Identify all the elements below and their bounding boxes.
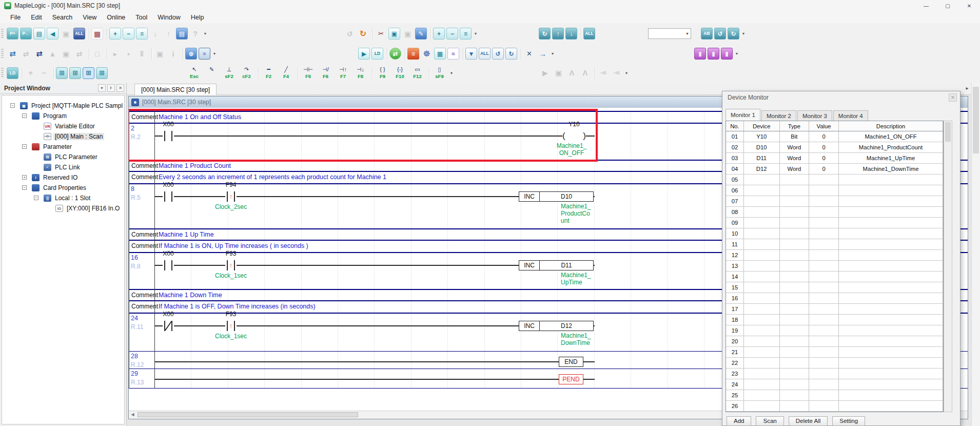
close-button[interactable]: ✕: [958, 0, 980, 11]
monitor-table-row[interactable]: 17: [726, 304, 943, 315]
function-box-f12-button[interactable]: ▭F12: [409, 65, 425, 81]
tree-expander-icon[interactable]: −: [10, 103, 15, 108]
menu-file[interactable]: File: [5, 12, 26, 23]
operand-box[interactable]: D10: [539, 191, 594, 202]
monitor-table-row[interactable]: 07: [726, 196, 943, 207]
output-coil[interactable]: (): [562, 130, 586, 142]
monitor-table-row[interactable]: 11: [726, 239, 943, 250]
search-device-combo[interactable]: ▼: [648, 28, 691, 39]
vertical-scroll-thumb[interactable]: [973, 87, 979, 153]
device-monitor-scroll-thumb[interactable]: [945, 122, 951, 142]
delete-all-button[interactable]: Delete All: [789, 416, 828, 426]
plc-read-icon[interactable]: ↓: [565, 28, 577, 40]
monitor-table-row[interactable]: 22: [726, 358, 943, 369]
remove-document-icon[interactable]: −: [123, 28, 134, 40]
menu-help[interactable]: Help: [186, 12, 209, 23]
device-monitor-close-icon[interactable]: ✕: [949, 93, 957, 102]
scroll-left-icon[interactable]: ◀: [129, 411, 136, 418]
library-window-2-icon[interactable]: ▮: [708, 48, 719, 60]
view-with-comments-icon[interactable]: ⊞: [83, 67, 94, 79]
line-options-menu-caret-icon[interactable]: ▼: [473, 32, 478, 35]
tree-item-000-main-scan[interactable]: ⊣⊢[000] Main : Scan: [2, 131, 124, 142]
monitor-table-row[interactable]: 10: [726, 228, 943, 239]
redo-icon[interactable]: ↻: [357, 28, 369, 40]
add-document-icon[interactable]: +: [109, 28, 121, 40]
library-window-3-icon[interactable]: ▮: [721, 48, 733, 60]
tree-item-local-1-slot[interactable]: −≣Local : 1 Slot: [2, 193, 124, 203]
cross-reference-icon[interactable]: ⇄: [389, 48, 401, 60]
menu-online[interactable]: Online: [102, 12, 130, 23]
calculator-icon[interactable]: ▦: [434, 48, 446, 60]
force-menu-caret-icon[interactable]: ▼: [624, 71, 629, 75]
plc-sync-icon[interactable]: ↻: [539, 28, 551, 40]
tree-item-project-mqtt-maple-plc-sampl[interactable]: −▣Project [MQTT-Maple PLC Sampl: [2, 101, 124, 111]
monitor-table-row[interactable]: 23: [726, 369, 943, 379]
tree-item-plc-parameter[interactable]: ▤PLC Parameter: [2, 152, 124, 162]
contact-x00[interactable]: [163, 129, 174, 143]
block-sf9-button[interactable]: ▯sF9: [432, 65, 447, 81]
contact-no-f5-button[interactable]: ⊣⊢F5: [300, 65, 316, 81]
trend-chart-icon[interactable]: ≈: [447, 48, 459, 60]
menu-search[interactable]: Search: [47, 12, 78, 23]
instruction-box[interactable]: INC: [519, 260, 540, 270]
end-instruction-box[interactable]: END: [559, 357, 583, 367]
instruction-box[interactable]: INC: [519, 321, 540, 331]
tree-item-xy-000-fb16-in-o[interactable]: IO[XY:000] FB16 In.O: [2, 203, 124, 214]
import-source-icon[interactable]: ◀: [47, 28, 58, 40]
save-all-icon[interactable]: ALL: [73, 28, 85, 40]
menu-edit[interactable]: Edit: [26, 12, 47, 23]
monitor-table-row[interactable]: 12: [726, 250, 943, 261]
menu-tool[interactable]: Tool: [130, 12, 152, 23]
bookmark-previous-icon[interactable]: ↺: [492, 48, 504, 60]
delete-line-f4-button[interactable]: ╱F4: [278, 65, 294, 81]
setting-button[interactable]: Setting: [832, 416, 865, 426]
find-previous-icon[interactable]: ↺: [714, 28, 726, 40]
monitor-table-row[interactable]: 18: [726, 315, 943, 325]
edit-pen-button[interactable]: ✎: [204, 65, 220, 81]
tree-expander-icon[interactable]: −: [22, 185, 27, 190]
tab-main-src[interactable]: [000] Main.SRC [30 step]: [134, 84, 217, 95]
contact-f94-pulse[interactable]: ↑: [225, 190, 237, 203]
view-ladder-only-icon[interactable]: ⊞: [56, 67, 68, 79]
coil-set-f10-button[interactable]: {-}F10: [392, 65, 408, 81]
project-close-icon[interactable]: ✕: [116, 84, 124, 92]
settings-gear-icon[interactable]: ☸: [421, 48, 433, 60]
tree-item-plc-link[interactable]: ✓PLC Link: [2, 162, 124, 172]
monitor-table-row[interactable]: 14: [726, 272, 943, 282]
tree-item-parameter[interactable]: −Parameter: [2, 142, 124, 152]
delete-vertical-cf2-button[interactable]: ↷cF2: [239, 65, 254, 81]
tree-expander-icon[interactable]: +: [22, 175, 27, 180]
tree-item-reserved-io[interactable]: +!Reserved IO: [2, 172, 124, 183]
monitor-table-row[interactable]: 24: [726, 379, 943, 390]
monitor-table-row[interactable]: 13: [726, 261, 943, 272]
block-editor-icon[interactable]: ▦: [91, 28, 103, 40]
tree-item-variable-editor[interactable]: VRVariable Editor: [2, 121, 124, 131]
monitor-table-row[interactable]: 03D11Word0Machine1_UpTime: [726, 153, 943, 164]
instruction-box[interactable]: INC: [519, 191, 540, 202]
find-device-icon[interactable]: AB: [701, 28, 713, 40]
device-monitor-scrollbar[interactable]: [944, 121, 952, 412]
project-dropdown-icon[interactable]: ▾: [98, 84, 106, 92]
minimize-button[interactable]: —: [915, 0, 937, 11]
select-mode-esc-button[interactable]: ↖Esc: [186, 65, 202, 81]
contact-x00[interactable]: [163, 259, 174, 272]
monitor-tab-monitor-4[interactable]: Monitor 4: [833, 110, 868, 121]
bookmark-next-icon[interactable]: ↻: [505, 48, 517, 60]
jump-settings-icon[interactable]: →: [537, 48, 548, 60]
tree-item-card-properties[interactable]: −Card Properties: [2, 183, 124, 193]
tree-expander-icon[interactable]: −: [22, 144, 27, 149]
project-pin-icon[interactable]: ⊦: [107, 84, 115, 92]
scan-button[interactable]: Scan: [756, 416, 783, 426]
editor-vertical-scrollbar[interactable]: [971, 83, 980, 426]
print-icon[interactable]: ▤: [176, 28, 188, 40]
monitor-table-row[interactable]: 08: [726, 207, 943, 218]
view-source-icon[interactable]: ▤: [33, 28, 45, 40]
vertical-line-sf2-button[interactable]: ⊥sF2: [221, 65, 237, 81]
find-menu-caret-icon[interactable]: ▼: [741, 32, 746, 35]
library-menu-caret-icon[interactable]: ▼: [734, 52, 739, 55]
plc-write-icon[interactable]: ↑: [552, 28, 564, 40]
find-next-icon[interactable]: ↻: [728, 28, 739, 40]
insert-line-icon[interactable]: +: [433, 28, 445, 40]
view-mixed-icon[interactable]: ⊞: [96, 67, 108, 79]
library-window-1-icon[interactable]: ▮: [694, 48, 706, 60]
